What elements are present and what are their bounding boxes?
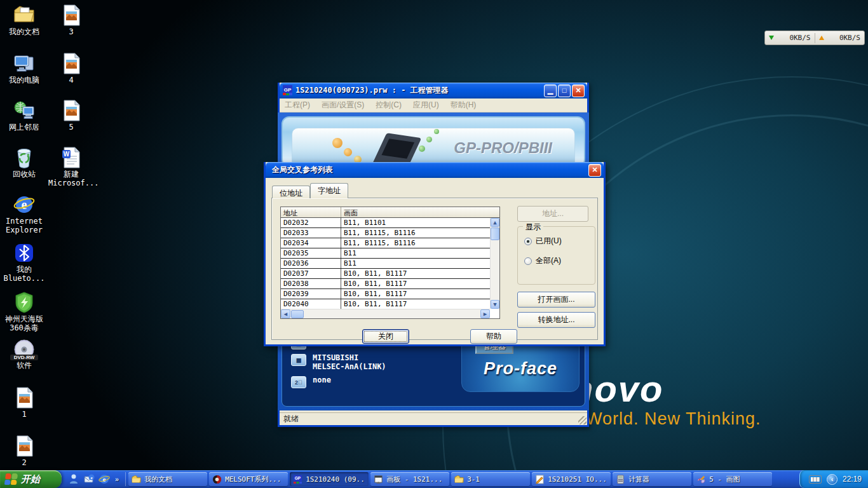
desktop-icon-my-documents[interactable]: 我的文档	[1, 4, 47, 37]
maximize-button[interactable]: □	[558, 85, 571, 97]
radio-button-icon	[524, 238, 532, 245]
desktop-icon-image-5[interactable]: 5	[48, 99, 94, 132]
taskbar-button-3-1-folder[interactable]: 3-1	[451, 472, 530, 486]
desktop-icon-image-3[interactable]: 3	[48, 4, 94, 37]
minimize-button[interactable]: ▁	[544, 85, 557, 97]
main-statusbar: 就绪	[280, 412, 587, 425]
taskbar-button-drawboard[interactable]: 画板 - 1S21...	[370, 472, 449, 486]
my-computer-icon	[13, 52, 36, 75]
convert-address-button[interactable]: 转换地址...	[517, 312, 595, 328]
desktop-icon-image-2[interactable]: 2	[1, 435, 47, 468]
desktop-icon-new-word-doc[interactable]: W 新建 Microsof...	[48, 146, 94, 188]
internet-explorer-quicklaunch-icon[interactable]: e	[98, 473, 110, 485]
desktop-icon-my-computer[interactable]: 我的电脑	[1, 52, 47, 85]
open-screen-button[interactable]: 打开画面...	[517, 292, 595, 308]
network-speed-monitor[interactable]: 0KB/S 0KB/S	[764, 30, 865, 45]
menu-control[interactable]: 控制(C)	[376, 100, 402, 111]
dialog-title: 全局交叉参考列表	[272, 165, 587, 175]
quick-launch-overflow-icon[interactable]: »	[115, 475, 119, 483]
gp-task-icon: GP	[293, 475, 302, 484]
table-row[interactable]: D02037B10, B11, B1117	[281, 269, 490, 279]
table-row[interactable]: D02040B10, B11, B1117	[281, 299, 490, 309]
display-group-label: 显示	[523, 222, 543, 233]
tab-bit-address[interactable]: 位地址	[272, 186, 310, 198]
table-row[interactable]: D02036B11	[281, 259, 490, 269]
vertical-scrollbar[interactable]: ▲ ▼	[490, 218, 499, 309]
table-row[interactable]: D02034B11, B1115, B1116	[281, 238, 490, 248]
horizontal-scrollbar[interactable]: ◀ ▶	[281, 309, 490, 318]
dialog-titlebar[interactable]: 全局交叉参考列表 ✕	[266, 162, 604, 178]
taskbar-button-melsoft[interactable]: MELSOFT系列...	[209, 472, 288, 486]
desktop-icon-dvd-software[interactable]: DVD-RW 软件	[1, 338, 47, 370]
dialog-help-button[interactable]: 帮助	[470, 329, 517, 344]
desktop-icon-recycle-bin[interactable]: 回收站	[1, 146, 47, 179]
start-button[interactable]: 开始	[0, 470, 62, 488]
antivirus-shield-icon	[13, 291, 36, 314]
desktop-icon-internet-explorer[interactable]: e Internet Explorer	[1, 193, 47, 235]
horizontal-scroll-thumb[interactable]	[291, 310, 304, 318]
upload-arrow-icon	[819, 36, 824, 40]
tab-word-address[interactable]: 字地址	[310, 183, 348, 198]
word-address-tabpage: 地址 画面 D02032B11, B1101 D02033B11, B1115,…	[271, 198, 598, 340]
address-button[interactable]: 地址...	[517, 206, 588, 222]
main-window-titlebar[interactable]: GP 1S210240(090723).prw : - 工程管理器 ▁ □ ✕	[280, 83, 587, 98]
table-row[interactable]: D02035B11	[281, 248, 490, 259]
keyboard-tray-icon[interactable]	[809, 475, 822, 484]
image-file-icon	[60, 99, 83, 122]
table-row[interactable]: D02038B10, B11, B1117	[281, 279, 490, 289]
main-menubar: 工程(P) 画面/设置(S) 控制(C) 应用(U) 帮助(H)	[280, 98, 587, 112]
menu-help[interactable]: 帮助(H)	[451, 100, 477, 111]
taskbar-button-my-documents[interactable]: 我的文档	[128, 472, 207, 486]
dialog-close-action-button[interactable]: 关闭	[362, 329, 409, 344]
folder-icon	[132, 475, 141, 484]
menu-application[interactable]: 应用(U)	[413, 100, 439, 111]
scroll-left-icon[interactable]: ◀	[281, 309, 290, 318]
menu-project[interactable]: 工程(P)	[285, 100, 310, 111]
drawboard-icon	[374, 475, 383, 484]
cross-reference-list[interactable]: 地址 画面 D02032B11, B1101 D02033B11, B1115,…	[280, 207, 500, 319]
download-speed-value: 0KB/S	[789, 34, 810, 42]
table-row[interactable]: D02039B10, B11, B1117	[281, 289, 490, 299]
vertical-scroll-thumb[interactable]	[491, 227, 499, 240]
menu-screen-settings[interactable]: 画面/设置(S)	[322, 100, 364, 111]
scroll-up-icon[interactable]: ▲	[491, 218, 499, 227]
taskbar-button-calculator[interactable]: 计算器	[613, 472, 691, 486]
close-button[interactable]: ✕	[572, 85, 585, 97]
resize-grip[interactable]	[578, 416, 587, 424]
desktop-icon-image-1[interactable]: 1	[1, 386, 47, 419]
desktop-icon-bluetooth[interactable]: 我的 Blueto...	[1, 241, 47, 283]
extend-protocol-row: 2⃕ none	[291, 376, 386, 388]
protocol-icon: 2⃕	[291, 376, 306, 388]
scroll-right-icon[interactable]: ▶	[480, 309, 490, 318]
table-row[interactable]: D02032B11, B1101	[281, 218, 490, 228]
messenger-icon[interactable]	[68, 473, 79, 485]
main-window-title: 1S210240(090723).prw : - 工程管理器	[295, 85, 543, 96]
column-header-screen[interactable]: 画面	[341, 207, 499, 217]
taskbar-clock[interactable]: 22:19	[843, 475, 862, 484]
cross-reference-dialog: 全局交叉参考列表 ✕ 位地址 字地址 地址 画面 D02032B11, B110…	[264, 162, 606, 346]
language-bar-icon[interactable]: ‹	[827, 474, 837, 485]
desktop-icon-network-places[interactable]: 网上邻居	[1, 99, 47, 132]
svg-text:GP: GP	[295, 476, 301, 480]
table-row[interactable]: D02033B11, B1115, B1116	[281, 228, 490, 238]
status-text: 就绪	[283, 414, 299, 424]
taskbar-button-1s210251[interactable]: 1S210251 IO...	[532, 472, 611, 486]
desktop-icon-image-4[interactable]: 4	[48, 52, 94, 85]
network-places-icon	[13, 99, 36, 122]
taskbar-button-paint[interactable]: 5 - 画图	[693, 472, 772, 486]
outlook-express-icon[interactable]: e	[83, 473, 95, 485]
image-file-icon	[60, 4, 83, 27]
svg-text:GP: GP	[284, 87, 292, 93]
column-header-address[interactable]: 地址	[281, 207, 341, 217]
radio-all[interactable]: 全部(A)	[524, 255, 595, 266]
radio-used[interactable]: 已用(U)	[524, 236, 595, 247]
calculator-icon	[616, 475, 625, 484]
desktop-icon-360-antivirus[interactable]: 神州天海版 360杀毒	[1, 291, 47, 333]
upload-speed: 0KB/S	[815, 34, 865, 42]
io-file-icon	[535, 475, 545, 484]
address-tabs: 位地址 字地址	[272, 183, 348, 198]
dialog-close-button[interactable]: ✕	[588, 164, 601, 177]
taskbar-button-1s210240[interactable]: GP 1S210240 (09...	[290, 472, 369, 486]
plc-type-icon: ▦	[291, 354, 306, 366]
scroll-down-icon[interactable]: ▼	[491, 300, 499, 309]
